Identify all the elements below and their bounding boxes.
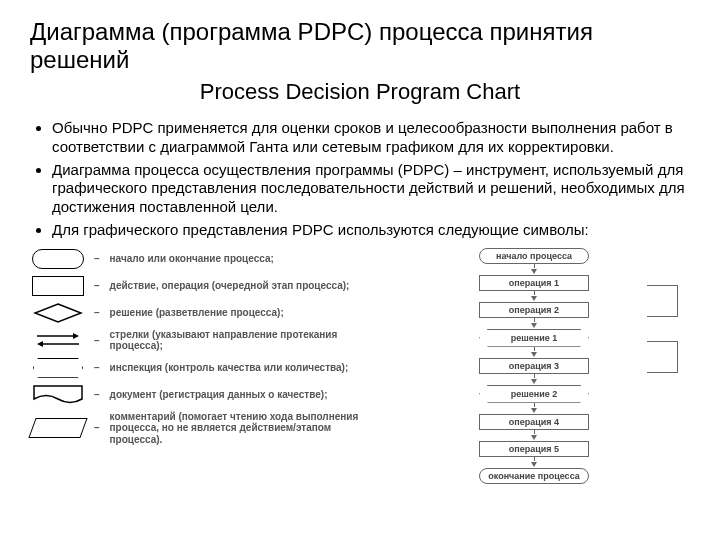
flow-dec1: решение 1 xyxy=(479,329,589,347)
flowchart: начало процесса операция 1 операция 2 ре… xyxy=(384,248,690,484)
legend-row-terminator: – начало или окончание процесса; xyxy=(30,248,370,270)
decision-icon xyxy=(30,302,86,324)
flow-dec2: решение 2 xyxy=(479,385,589,403)
svg-marker-4 xyxy=(37,341,43,347)
comment-icon xyxy=(30,417,86,439)
loop-connector xyxy=(647,285,678,317)
symbol-legend: – начало или окончание процесса; – дейст… xyxy=(30,248,370,484)
slide-subtitle: Process Decision Program Chart xyxy=(30,79,690,105)
legend-row-decision: – решение (разветвление процесса); xyxy=(30,302,370,324)
slide: Диаграмма (программа PDPC) процесса прин… xyxy=(0,0,720,494)
bullet-list: Обычно PDPC применяется для оценки сроко… xyxy=(30,119,690,240)
inspection-icon xyxy=(30,357,86,379)
legend-row-arrows: – стрелки (указывают направление протека… xyxy=(30,329,370,352)
legend-label: инспекция (контроль качества или количес… xyxy=(110,362,349,374)
legend-label: действие, операция (очередной этап проце… xyxy=(110,280,350,292)
legend-label: начало или окончание процесса; xyxy=(110,253,274,265)
legend-label: решение (разветвление процесса); xyxy=(110,307,284,319)
flow-end: окончание процесса xyxy=(479,468,589,484)
legend-label: документ (регистрация данных о качестве)… xyxy=(110,389,328,401)
legend-row-comment: – комментарий (помогает чтению хода выпо… xyxy=(30,411,370,446)
flow-op4: операция 4 xyxy=(479,414,589,430)
flow-op5: операция 5 xyxy=(479,441,589,457)
process-icon xyxy=(30,275,86,297)
arrows-icon xyxy=(30,329,86,351)
flow-op2: операция 2 xyxy=(479,302,589,318)
legend-row-inspection: – инспекция (контроль качества или колич… xyxy=(30,357,370,379)
svg-marker-0 xyxy=(35,304,81,322)
legend-row-process: – действие, операция (очередной этап про… xyxy=(30,275,370,297)
bullet-item: Для графического представления PDPC испо… xyxy=(52,221,690,240)
document-icon xyxy=(30,384,86,406)
slide-title: Диаграмма (программа PDPC) процесса прин… xyxy=(30,18,690,73)
flow-start: начало процесса xyxy=(479,248,589,264)
bullet-item: Диаграмма процесса осуществления програм… xyxy=(52,161,690,217)
legend-label: стрелки (указывают направление протекани… xyxy=(110,329,370,352)
lower-section: – начало или окончание процесса; – дейст… xyxy=(30,248,690,484)
loop-connector xyxy=(647,341,678,373)
terminator-icon xyxy=(30,248,86,270)
svg-marker-2 xyxy=(73,333,79,339)
bullet-item: Обычно PDPC применяется для оценки сроко… xyxy=(52,119,690,157)
flow-op1: операция 1 xyxy=(479,275,589,291)
legend-label: комментарий (помогает чтению хода выполн… xyxy=(110,411,370,446)
legend-row-document: – документ (регистрация данных о качеств… xyxy=(30,384,370,406)
flow-op3: операция 3 xyxy=(479,358,589,374)
